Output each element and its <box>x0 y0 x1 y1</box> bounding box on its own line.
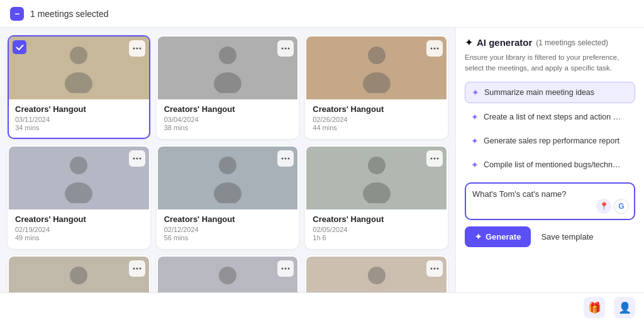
svg-point-17 <box>133 158 135 160</box>
selected-label: 1 meetings selected <box>30 9 109 19</box>
svg-point-38 <box>285 268 287 270</box>
svg-point-34 <box>139 268 141 270</box>
card-thumbnail <box>306 147 447 209</box>
meeting-card[interactable]: Creators' Hangout 02/19/2024 49 mins <box>8 145 150 249</box>
svg-point-43 <box>434 268 436 270</box>
svg-point-26 <box>363 182 391 203</box>
card-thumbnail <box>158 36 298 99</box>
card-menu-button[interactable] <box>426 40 443 57</box>
card-duration: 49 mins <box>15 234 143 242</box>
card-menu-button[interactable] <box>129 150 145 167</box>
ai-panel-header: ✦ AI generator (1 meetings selected) <box>465 36 635 48</box>
card-thumbnail <box>158 147 298 209</box>
svg-point-30 <box>70 267 87 284</box>
ai-input-wrapper: 📍 G <box>465 182 635 220</box>
ai-actions: ✦ Generate Save template <box>465 226 635 247</box>
card-title: Creators' Hangout <box>15 104 143 114</box>
suggestion-item[interactable]: ✦ Generate sales rep performance report <box>465 131 635 151</box>
svg-point-14 <box>437 48 439 50</box>
card-menu-button[interactable] <box>277 150 294 167</box>
svg-point-42 <box>431 268 433 270</box>
g-icon-button[interactable]: G <box>614 199 629 214</box>
svg-point-32 <box>133 268 135 270</box>
svg-point-39 <box>288 268 290 270</box>
svg-point-21 <box>214 182 242 203</box>
card-date: 03/11/2024 <box>15 116 143 123</box>
generate-button[interactable]: ✦ Generate <box>465 226 531 247</box>
suggestion-text: Generate sales rep performance report <box>484 136 619 145</box>
card-thumbnail <box>9 36 149 99</box>
meeting-card[interactable]: Creators' Hangout 02/12/2024 56 mins <box>157 145 299 249</box>
card-date: 02/19/2024 <box>15 226 143 233</box>
card-title: Creators' Hangout <box>164 214 292 224</box>
card-info: Creators' Hangout 03/04/2024 38 mins <box>158 99 298 138</box>
card-info: Creators' Hangout 02/26/2024 44 mins <box>306 99 447 138</box>
svg-point-44 <box>437 268 439 270</box>
suggestion-item[interactable]: ✦ Create a list of next steps and action… <box>465 107 635 127</box>
card-title: Creators' Hangout <box>15 214 143 224</box>
suggestion-spark-icon: ✦ <box>471 136 479 146</box>
suggestion-text: Summarize main meeting ideas <box>484 88 594 97</box>
card-duration: 1h 6 <box>313 234 440 242</box>
svg-point-19 <box>139 158 141 160</box>
top-bar: − 1 meetings selected <box>0 0 644 28</box>
svg-point-40 <box>368 267 386 284</box>
card-date: 02/05/2024 <box>313 226 440 233</box>
card-date: 03/04/2024 <box>164 116 292 123</box>
meeting-card[interactable]: Creators' Hangout 02/05/2024 1h 6 <box>305 145 448 249</box>
meeting-card[interactable]: Creators' Hangout 01/15/2024 <box>157 255 299 292</box>
svg-point-18 <box>136 158 138 160</box>
meetings-grid: Creators' Hangout 03/11/2024 34 mins Cre… <box>8 35 448 292</box>
svg-point-13 <box>434 48 436 50</box>
suggestion-item[interactable]: ✦ Summarize main meeting ideas <box>465 82 635 103</box>
svg-point-4 <box>139 48 141 50</box>
card-title: Creators' Hangout <box>313 104 440 114</box>
meeting-card[interactable]: Creators' Hangout 03/04/2024 38 mins <box>157 35 299 139</box>
meeting-card[interactable]: Creators' Hangout 03/11/2024 34 mins <box>8 35 150 139</box>
card-menu-button[interactable] <box>426 150 443 167</box>
svg-point-12 <box>431 48 433 50</box>
svg-point-9 <box>288 48 290 50</box>
card-menu-button[interactable] <box>277 260 294 277</box>
location-icon-button[interactable]: 📍 <box>596 199 611 214</box>
ai-panel: ✦ AI generator (1 meetings selected) Ens… <box>455 28 644 292</box>
suggestion-item[interactable]: ✦ Compile list of mentioned bugs/technic… <box>465 155 635 175</box>
ai-suggestions-list: ✦ Summarize main meeting ideas ✦ Create … <box>465 82 635 175</box>
svg-point-11 <box>363 72 391 93</box>
svg-point-16 <box>65 182 92 203</box>
card-title: Creators' Hangout <box>164 104 292 114</box>
gift-icon-button[interactable]: 🎁 <box>584 297 605 318</box>
suggestion-text: Create a list of next steps and action I… <box>484 113 622 121</box>
card-menu-button[interactable] <box>277 40 294 57</box>
meeting-card[interactable]: Creators' Hangout 02/26/2024 44 mins <box>305 35 448 139</box>
card-title: Creators' Hangout <box>313 214 440 224</box>
meeting-card[interactable]: Creators' Hangout 01/29/2024 <box>8 255 150 292</box>
location-icon: 📍 <box>599 202 609 211</box>
deselect-button[interactable]: − <box>10 7 24 21</box>
card-menu-button[interactable] <box>129 260 145 277</box>
bottom-bar: 🎁 👤 <box>0 292 644 322</box>
meeting-card[interactable]: Creators' Hangout 01/08/2024 <box>305 255 448 292</box>
profile-icon: 👤 <box>618 301 631 314</box>
ai-panel-count: (1 meetings selected) <box>536 38 608 47</box>
card-thumbnail <box>9 257 149 292</box>
save-template-button[interactable]: Save template <box>536 226 598 247</box>
svg-point-8 <box>285 48 287 50</box>
ai-input-icons: 📍 G <box>596 199 629 214</box>
profile-icon-button[interactable]: 👤 <box>614 297 635 318</box>
ai-spark-icon: ✦ <box>465 36 473 48</box>
card-duration: 56 mins <box>164 234 292 242</box>
card-thumbnail <box>306 36 447 99</box>
card-duration: 44 mins <box>313 124 440 131</box>
card-menu-button[interactable] <box>129 40 145 57</box>
svg-point-37 <box>282 268 284 270</box>
svg-point-25 <box>368 157 386 174</box>
card-menu-button[interactable] <box>426 260 443 277</box>
suggestion-text: Compile list of mentioned bugs/technical… <box>484 160 622 169</box>
svg-point-1 <box>65 72 92 93</box>
card-check-icon <box>13 40 26 54</box>
svg-point-27 <box>431 158 433 160</box>
svg-point-33 <box>136 268 138 270</box>
svg-point-7 <box>282 48 284 50</box>
svg-point-28 <box>434 158 436 160</box>
